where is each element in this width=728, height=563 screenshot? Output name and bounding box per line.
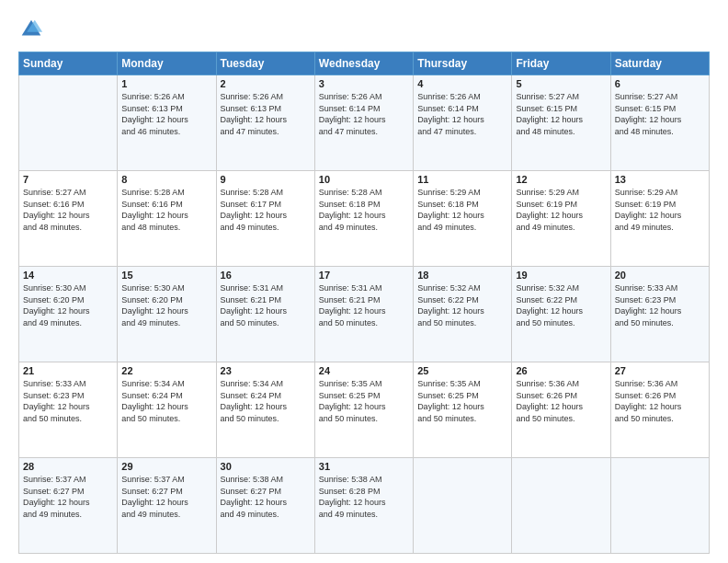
day-number: 20 (615, 270, 705, 281)
day-number: 19 (516, 270, 606, 281)
day-info: Sunrise: 5:26 AM Sunset: 6:14 PM Dayligh… (417, 91, 507, 137)
day-number: 10 (319, 174, 409, 185)
calendar-cell: 12Sunrise: 5:29 AM Sunset: 6:19 PM Dayli… (512, 171, 610, 267)
calendar-cell: 5Sunrise: 5:27 AM Sunset: 6:15 PM Daylig… (512, 75, 610, 171)
day-info: Sunrise: 5:38 AM Sunset: 6:27 PM Dayligh… (221, 474, 311, 520)
calendar-cell: 13Sunrise: 5:29 AM Sunset: 6:19 PM Dayli… (610, 171, 709, 267)
calendar-cell: 29Sunrise: 5:37 AM Sunset: 6:27 PM Dayli… (118, 458, 216, 554)
day-info: Sunrise: 5:27 AM Sunset: 6:15 PM Dayligh… (615, 91, 705, 137)
calendar-cell (19, 75, 118, 171)
calendar-cell (610, 458, 709, 554)
day-info: Sunrise: 5:32 AM Sunset: 6:22 PM Dayligh… (417, 282, 507, 328)
calendar-cell: 10Sunrise: 5:28 AM Sunset: 6:18 PM Dayli… (314, 171, 413, 267)
calendar-cell: 20Sunrise: 5:33 AM Sunset: 6:23 PM Dayli… (610, 267, 709, 362)
calendar-header-row: SundayMondayTuesdayWednesdayThursdayFrid… (19, 52, 710, 75)
day-number: 12 (516, 174, 606, 185)
calendar-cell: 19Sunrise: 5:32 AM Sunset: 6:22 PM Dayli… (512, 267, 610, 362)
day-info: Sunrise: 5:35 AM Sunset: 6:25 PM Dayligh… (319, 378, 409, 424)
day-info: Sunrise: 5:29 AM Sunset: 6:19 PM Dayligh… (615, 187, 705, 233)
calendar-cell: 23Sunrise: 5:34 AM Sunset: 6:24 PM Dayli… (216, 362, 314, 458)
day-number: 26 (516, 365, 606, 376)
day-number: 1 (121, 78, 211, 89)
day-info: Sunrise: 5:30 AM Sunset: 6:20 PM Dayligh… (121, 282, 211, 328)
calendar-week-row: 1Sunrise: 5:26 AM Sunset: 6:13 PM Daylig… (19, 75, 710, 171)
calendar-cell: 11Sunrise: 5:29 AM Sunset: 6:18 PM Dayli… (414, 171, 512, 267)
calendar-week-row: 21Sunrise: 5:33 AM Sunset: 6:23 PM Dayli… (19, 362, 710, 458)
calendar-day-header: Friday (512, 52, 610, 75)
calendar-cell: 16Sunrise: 5:31 AM Sunset: 6:21 PM Dayli… (216, 267, 314, 362)
day-number: 4 (417, 78, 507, 89)
calendar-week-row: 28Sunrise: 5:37 AM Sunset: 6:27 PM Dayli… (19, 458, 710, 554)
calendar-cell: 31Sunrise: 5:38 AM Sunset: 6:28 PM Dayli… (314, 458, 413, 554)
day-info: Sunrise: 5:28 AM Sunset: 6:16 PM Dayligh… (121, 187, 211, 233)
calendar-cell: 1Sunrise: 5:26 AM Sunset: 6:13 PM Daylig… (118, 75, 216, 171)
day-info: Sunrise: 5:26 AM Sunset: 6:13 PM Dayligh… (221, 91, 311, 137)
calendar-cell: 25Sunrise: 5:35 AM Sunset: 6:25 PM Dayli… (414, 362, 512, 458)
day-info: Sunrise: 5:29 AM Sunset: 6:19 PM Dayligh… (516, 187, 606, 233)
day-info: Sunrise: 5:26 AM Sunset: 6:14 PM Dayligh… (319, 91, 409, 137)
logo-icon (18, 17, 44, 42)
calendar-cell: 30Sunrise: 5:38 AM Sunset: 6:27 PM Dayli… (216, 458, 314, 554)
calendar-week-row: 7Sunrise: 5:27 AM Sunset: 6:16 PM Daylig… (19, 171, 710, 267)
day-number: 16 (221, 270, 311, 281)
day-number: 15 (121, 270, 211, 281)
day-info: Sunrise: 5:30 AM Sunset: 6:20 PM Dayligh… (23, 282, 113, 328)
day-info: Sunrise: 5:33 AM Sunset: 6:23 PM Dayligh… (615, 282, 705, 328)
calendar-cell: 7Sunrise: 5:27 AM Sunset: 6:16 PM Daylig… (19, 171, 118, 267)
day-number: 21 (23, 365, 113, 376)
calendar-cell: 8Sunrise: 5:28 AM Sunset: 6:16 PM Daylig… (118, 171, 216, 267)
day-info: Sunrise: 5:38 AM Sunset: 6:28 PM Dayligh… (319, 474, 409, 520)
day-info: Sunrise: 5:33 AM Sunset: 6:23 PM Dayligh… (23, 378, 113, 424)
day-number: 2 (221, 78, 311, 89)
calendar-cell: 15Sunrise: 5:30 AM Sunset: 6:20 PM Dayli… (118, 267, 216, 362)
calendar-week-row: 14Sunrise: 5:30 AM Sunset: 6:20 PM Dayli… (19, 267, 710, 362)
day-number: 31 (319, 461, 409, 472)
day-number: 3 (319, 78, 409, 89)
calendar-cell: 21Sunrise: 5:33 AM Sunset: 6:23 PM Dayli… (19, 362, 118, 458)
day-info: Sunrise: 5:29 AM Sunset: 6:18 PM Dayligh… (417, 187, 507, 233)
calendar-table: SundayMondayTuesdayWednesdayThursdayFrid… (18, 52, 710, 554)
day-info: Sunrise: 5:27 AM Sunset: 6:16 PM Dayligh… (23, 187, 113, 233)
logo (18, 17, 48, 42)
calendar-cell: 26Sunrise: 5:36 AM Sunset: 6:26 PM Dayli… (512, 362, 610, 458)
day-info: Sunrise: 5:34 AM Sunset: 6:24 PM Dayligh… (121, 378, 211, 424)
day-number: 13 (615, 174, 705, 185)
day-info: Sunrise: 5:31 AM Sunset: 6:21 PM Dayligh… (319, 282, 409, 328)
day-info: Sunrise: 5:32 AM Sunset: 6:22 PM Dayligh… (516, 282, 606, 328)
day-number: 7 (23, 174, 113, 185)
calendar-cell: 17Sunrise: 5:31 AM Sunset: 6:21 PM Dayli… (314, 267, 413, 362)
calendar-cell (414, 458, 512, 554)
day-info: Sunrise: 5:27 AM Sunset: 6:15 PM Dayligh… (516, 91, 606, 137)
day-number: 18 (417, 270, 507, 281)
day-number: 5 (516, 78, 606, 89)
calendar-cell: 6Sunrise: 5:27 AM Sunset: 6:15 PM Daylig… (610, 75, 709, 171)
day-info: Sunrise: 5:37 AM Sunset: 6:27 PM Dayligh… (23, 474, 113, 520)
day-number: 11 (417, 174, 507, 185)
day-info: Sunrise: 5:36 AM Sunset: 6:26 PM Dayligh… (615, 378, 705, 424)
day-info: Sunrise: 5:35 AM Sunset: 6:25 PM Dayligh… (417, 378, 507, 424)
day-number: 14 (23, 270, 113, 281)
header (18, 17, 710, 42)
day-info: Sunrise: 5:34 AM Sunset: 6:24 PM Dayligh… (221, 378, 311, 424)
calendar-day-header: Tuesday (216, 52, 314, 75)
calendar-day-header: Sunday (19, 52, 118, 75)
calendar-cell: 28Sunrise: 5:37 AM Sunset: 6:27 PM Dayli… (19, 458, 118, 554)
day-number: 27 (615, 365, 705, 376)
day-info: Sunrise: 5:31 AM Sunset: 6:21 PM Dayligh… (221, 282, 311, 328)
calendar-cell: 22Sunrise: 5:34 AM Sunset: 6:24 PM Dayli… (118, 362, 216, 458)
day-info: Sunrise: 5:37 AM Sunset: 6:27 PM Dayligh… (121, 474, 211, 520)
calendar-day-header: Saturday (610, 52, 709, 75)
day-number: 6 (615, 78, 705, 89)
day-number: 24 (319, 365, 409, 376)
calendar-cell: 27Sunrise: 5:36 AM Sunset: 6:26 PM Dayli… (610, 362, 709, 458)
day-info: Sunrise: 5:36 AM Sunset: 6:26 PM Dayligh… (516, 378, 606, 424)
day-number: 22 (121, 365, 211, 376)
day-number: 17 (319, 270, 409, 281)
page: SundayMondayTuesdayWednesdayThursdayFrid… (0, 0, 728, 563)
calendar-day-header: Wednesday (314, 52, 413, 75)
calendar-cell: 2Sunrise: 5:26 AM Sunset: 6:13 PM Daylig… (216, 75, 314, 171)
day-number: 8 (121, 174, 211, 185)
calendar-cell: 14Sunrise: 5:30 AM Sunset: 6:20 PM Dayli… (19, 267, 118, 362)
day-number: 30 (221, 461, 311, 472)
day-number: 23 (221, 365, 311, 376)
